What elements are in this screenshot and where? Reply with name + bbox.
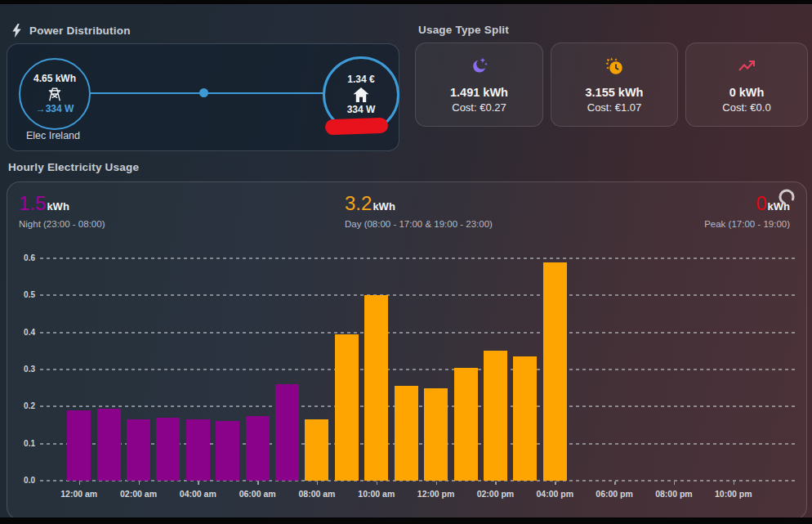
- lightning-bolt-icon: [11, 24, 22, 38]
- usage-bar-01:00 am[interactable]: [97, 409, 121, 481]
- gridline-0.6: [40, 258, 797, 259]
- x-axis-tick: [734, 481, 735, 485]
- usage-bar-01:00 pm[interactable]: [454, 368, 478, 481]
- y-axis-label: 0.0: [11, 476, 35, 485]
- redacted-home-label: [325, 118, 389, 136]
- x-axis-tick: [257, 481, 259, 485]
- usage-card-night[interactable]: 1.491 kWh Cost: €0.27: [415, 43, 543, 127]
- power-distribution-card: 4.65 kWh →334 W Elec Ireland 1.34 € 334 …: [7, 43, 399, 151]
- x-axis-label: 08:00 pm: [648, 489, 700, 499]
- y-axis-label: 0.2: [11, 401, 35, 410]
- usage-bar-06:00 am[interactable]: [246, 416, 270, 481]
- usage-bar-02:00 pm[interactable]: [484, 351, 507, 481]
- y-axis-label: 0.1: [11, 439, 35, 448]
- usage-bar-12:00 am[interactable]: [67, 410, 91, 481]
- x-axis-tick: [674, 481, 676, 485]
- x-axis-label: 12:00 am: [53, 489, 105, 499]
- usage-bar-05:00 am[interactable]: [216, 421, 239, 481]
- usage-bar-04:00 am[interactable]: [186, 419, 210, 481]
- peak-energy-value: 0 kWh: [729, 86, 765, 99]
- x-axis-label: 02:00 pm: [469, 489, 521, 499]
- x-axis-tick: [555, 481, 556, 485]
- x-axis-label: 02:00 am: [113, 489, 165, 499]
- gridline-0.3: [40, 369, 797, 370]
- grid-source-label: Elec Ireland: [14, 130, 92, 141]
- hourly-usage-bar-chart[interactable]: 0.00.10.20.30.40.50.612:00 am02:00 am04:…: [7, 182, 806, 519]
- gridline-0.1: [40, 443, 797, 445]
- x-axis-tick: [317, 481, 319, 485]
- usage-bar-03:00 am[interactable]: [156, 418, 180, 481]
- transmission-tower-icon: [46, 85, 64, 103]
- power-flow-dot: [199, 88, 208, 97]
- y-axis-label: 0.4: [11, 328, 35, 337]
- gridline-0.4: [40, 332, 797, 334]
- x-axis-tick: [495, 481, 497, 485]
- energy-dashboard: Power Distribution 4.65 kWh →334 W Elec …: [0, 0, 812, 524]
- usage-card-day[interactable]: 3.155 kWh Cost: €1.07: [551, 43, 678, 127]
- y-axis-label: 0.5: [11, 290, 35, 299]
- usage-bar-03:00 pm[interactable]: [513, 356, 537, 481]
- y-axis-label: 0.6: [11, 253, 35, 262]
- x-axis-tick: [436, 481, 438, 485]
- usage-bar-12:00 pm[interactable]: [424, 388, 448, 481]
- x-axis-tick: [139, 481, 141, 485]
- usage-bar-08:00 am[interactable]: [305, 419, 328, 481]
- x-axis-label: 08:00 am: [291, 489, 343, 499]
- gridline-0.0: [40, 480, 797, 481]
- home-power-value: 334 W: [347, 105, 376, 115]
- usage-type-split-title: Usage Type Split: [418, 24, 509, 36]
- moon-stars-icon: [469, 56, 490, 77]
- usage-bar-02:00 am[interactable]: [127, 419, 150, 481]
- usage-card-peak[interactable]: 0 kWh Cost: €0.0: [685, 43, 808, 127]
- gridline-0.5: [40, 294, 797, 296]
- trending-up-icon: [735, 56, 758, 77]
- x-axis-label: 12:00 pm: [410, 489, 462, 499]
- hourly-usage-title: Hourly Electricity Usage: [8, 161, 139, 173]
- x-axis-tick: [198, 481, 199, 485]
- usage-bar-10:00 am[interactable]: [364, 295, 388, 481]
- bottom-black-strip: [0, 517, 812, 524]
- x-axis-tick: [614, 481, 616, 485]
- day-energy-value: 3.155 kWh: [586, 86, 644, 99]
- y-axis-label: 0.3: [11, 365, 35, 374]
- sun-clock-icon: [604, 56, 625, 77]
- usage-bar-07:00 am[interactable]: [275, 384, 299, 481]
- top-black-strip: [0, 0, 812, 4]
- x-axis-label: 04:00 am: [172, 489, 224, 499]
- power-distribution-title: Power Distribution: [29, 25, 131, 37]
- day-cost-value: Cost: €1.07: [587, 101, 642, 114]
- power-distribution-header: Power Distribution: [11, 24, 131, 38]
- x-axis-label: 06:00 am: [231, 489, 283, 499]
- home-cost-value: 1.34 €: [347, 74, 374, 85]
- grid-power-value: →334 W: [36, 104, 74, 114]
- x-axis-label: 04:00 pm: [529, 489, 581, 499]
- home-icon: [351, 86, 371, 104]
- x-axis-label: 10:00 pm: [707, 489, 760, 499]
- x-axis-label: 10:00 am: [350, 489, 403, 499]
- x-axis-tick: [79, 481, 81, 485]
- night-cost-value: Cost: €0.27: [452, 101, 506, 114]
- hourly-usage-chart-card: 1.5 kWh Night (23:00 - 08:00) 3.2 kWh Da…: [7, 181, 807, 520]
- night-energy-value: 1.491 kWh: [450, 86, 508, 99]
- usage-bar-04:00 pm[interactable]: [543, 262, 567, 481]
- usage-bar-11:00 am[interactable]: [395, 386, 418, 481]
- x-axis-label: 06:00 pm: [588, 489, 640, 499]
- grid-source-node[interactable]: 4.65 kWh →334 W: [19, 58, 91, 130]
- grid-energy-value: 4.65 kWh: [33, 74, 76, 84]
- gridline-0.2: [40, 405, 797, 407]
- x-axis-tick: [377, 481, 378, 485]
- peak-cost-value: Cost: €0.0: [722, 101, 770, 114]
- usage-bar-09:00 am[interactable]: [335, 334, 359, 481]
